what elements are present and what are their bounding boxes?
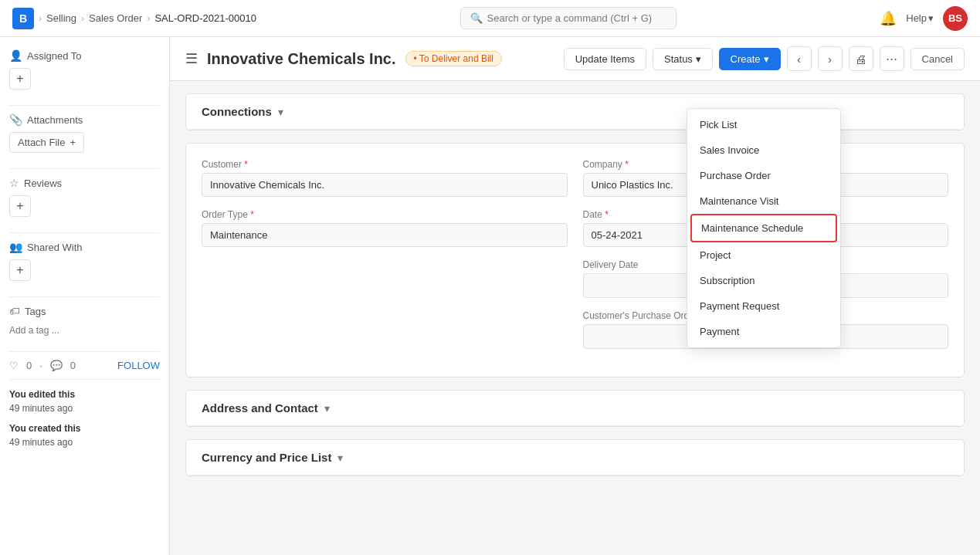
- breadcrumb-sales-order[interactable]: Sales Order: [89, 12, 142, 24]
- breadcrumb-sep-1: ›: [39, 13, 42, 24]
- print-button[interactable]: 🖨: [849, 46, 873, 71]
- page-title-section: ☰ Innovative Chemicals Inc. • To Deliver…: [185, 50, 502, 68]
- sidebar: 👤 Assigned To + 📎 Attachments Attach Fil…: [0, 37, 170, 555]
- tag-icon: 🏷: [9, 305, 20, 317]
- order-type-input[interactable]: [202, 223, 568, 247]
- paperclip-icon: 📎: [9, 113, 22, 126]
- tags-label: Tags: [25, 306, 46, 317]
- divider-1: [9, 105, 160, 106]
- add-review-button[interactable]: +: [9, 195, 31, 217]
- user-avatar[interactable]: BS: [943, 6, 968, 31]
- add-tag-link[interactable]: Add a tag ...: [9, 325, 59, 336]
- currency-section-header[interactable]: Currency and Price List ▾: [186, 440, 964, 475]
- help-label: Help: [906, 12, 927, 24]
- follow-button[interactable]: FOLLOW: [117, 360, 160, 371]
- reviews-label: Reviews: [24, 178, 62, 189]
- update-items-button[interactable]: Update Items: [564, 48, 646, 70]
- status-text: To Deliver and Bill: [419, 53, 493, 64]
- search-bar[interactable]: 🔍 Search or type a command (Ctrl + G): [460, 7, 677, 29]
- connections-section-header[interactable]: Connections ▾: [186, 94, 964, 130]
- attachments-section: 📎 Attachments Attach File +: [9, 113, 160, 153]
- address-section-header[interactable]: Address and Contact ▾: [186, 391, 964, 426]
- connections-chevron-icon: ▾: [278, 106, 283, 118]
- attach-file-button[interactable]: Attach File +: [9, 132, 84, 153]
- shared-with-section: 👥 Shared With +: [9, 241, 160, 281]
- activity-edit-entry: You edited this 49 minutes ago: [9, 387, 160, 415]
- notification-bell-icon[interactable]: 🔔: [880, 10, 897, 27]
- dropdown-item-pick-list[interactable]: Pick List: [687, 112, 840, 137]
- customer-required: *: [242, 159, 248, 170]
- currency-section: Currency and Price List ▾: [185, 439, 965, 476]
- help-button[interactable]: Help ▾: [906, 12, 934, 24]
- activity-create-time: 49 minutes ago: [9, 437, 73, 448]
- dropdown-item-maintenance-schedule[interactable]: Maintenance Schedule: [690, 214, 837, 242]
- order-type-label: Order Type *: [202, 209, 568, 220]
- dot-sep: ·: [39, 360, 42, 371]
- header-actions: Update Items Status ▾ Create ▾ ‹ › 🖨 ⋯ C…: [564, 46, 965, 71]
- shared-with-header: 👥 Shared With: [9, 241, 160, 253]
- company-required: *: [622, 159, 629, 170]
- prev-record-button[interactable]: ‹: [787, 46, 812, 71]
- create-label: Create: [731, 53, 761, 65]
- order-type-required: *: [248, 209, 254, 220]
- breadcrumb-sep-3: ›: [147, 13, 150, 24]
- address-chevron-icon: ▾: [324, 402, 330, 415]
- order-type-field-group: Order Type *: [202, 209, 568, 247]
- status-chevron-icon: ▾: [696, 53, 701, 65]
- tags-header: 🏷 Tags: [9, 305, 160, 317]
- activity-edit-time: 49 minutes ago: [9, 403, 73, 414]
- add-assigned-to-button[interactable]: +: [9, 68, 31, 90]
- dropdown-item-payment[interactable]: Payment: [687, 319, 840, 344]
- address-title: Address and Contact: [202, 401, 318, 415]
- divider-4: [9, 296, 160, 297]
- breadcrumb-area: B › Selling › Sales Order › SAL-ORD-2021…: [12, 8, 256, 29]
- page-header: ☰ Innovative Chemicals Inc. • To Deliver…: [170, 37, 980, 81]
- assigned-to-label: Assigned To: [27, 50, 82, 62]
- more-options-button[interactable]: ⋯: [880, 46, 904, 71]
- status-badge: • To Deliver and Bill: [405, 51, 502, 66]
- dropdown-item-project[interactable]: Project: [687, 242, 840, 268]
- connections-section: Connections ▾: [185, 93, 965, 130]
- divider-3: [9, 232, 160, 233]
- dropdown-item-purchase-order[interactable]: Purchase Order: [687, 163, 840, 188]
- create-button[interactable]: Create ▾: [719, 48, 781, 70]
- breadcrumb-selling[interactable]: Selling: [46, 12, 76, 24]
- next-record-button[interactable]: ›: [818, 46, 843, 71]
- status-button[interactable]: Status ▾: [653, 48, 712, 70]
- app-icon: B: [12, 8, 34, 29]
- shared-with-label: Shared With: [27, 242, 83, 253]
- main-content: ☰ Innovative Chemicals Inc. • To Deliver…: [170, 37, 980, 555]
- date-required: *: [602, 209, 609, 220]
- dropdown-item-maintenance-visit[interactable]: Maintenance Visit: [687, 188, 840, 214]
- breadcrumb-sep-2: ›: [81, 13, 84, 24]
- cancel-button[interactable]: Cancel: [910, 48, 965, 70]
- create-dropdown-menu: Pick ListSales InvoicePurchase OrderMain…: [687, 108, 841, 348]
- follow-section: ♡ 0 · 💬 0 FOLLOW: [9, 360, 160, 371]
- status-button-label: Status: [664, 53, 693, 65]
- assigned-to-header: 👤 Assigned To: [9, 49, 160, 62]
- activity-create-entry: You created this 49 minutes ago: [9, 421, 160, 449]
- form-content: Customer * Company * Order Type: [186, 144, 964, 377]
- create-chevron-icon: ▾: [764, 53, 769, 65]
- customer-field-group: Customer *: [202, 159, 568, 197]
- search-placeholder-text: Search or type a command (Ctrl + G): [487, 12, 653, 24]
- dropdown-item-sales-invoice[interactable]: Sales Invoice: [687, 137, 840, 163]
- tags-section: 🏷 Tags Add a tag ...: [9, 305, 160, 336]
- dropdown-item-subscription[interactable]: Subscription: [687, 268, 840, 293]
- dropdown-item-payment-request[interactable]: Payment Request: [687, 293, 840, 319]
- add-shared-button[interactable]: +: [9, 259, 31, 281]
- comment-icon: 💬: [50, 360, 63, 371]
- customer-input[interactable]: [202, 173, 568, 197]
- reviews-header: ☆ Reviews: [9, 177, 160, 189]
- navbar-right-actions: 🔔 Help ▾ BS: [880, 6, 968, 31]
- divider-2: [9, 168, 160, 169]
- comments-count: 0: [70, 360, 76, 371]
- shared-icon: 👥: [9, 241, 22, 253]
- search-area: 🔍 Search or type a command (Ctrl + G): [256, 7, 880, 29]
- sidebar-toggle-button[interactable]: ☰: [185, 50, 198, 67]
- page-title: Innovative Chemicals Inc.: [207, 50, 396, 68]
- currency-title: Currency and Price List: [202, 451, 331, 464]
- connections-title: Connections: [202, 105, 272, 118]
- currency-chevron-icon: ▾: [337, 452, 343, 464]
- top-navbar: B › Selling › Sales Order › SAL-ORD-2021…: [0, 0, 980, 37]
